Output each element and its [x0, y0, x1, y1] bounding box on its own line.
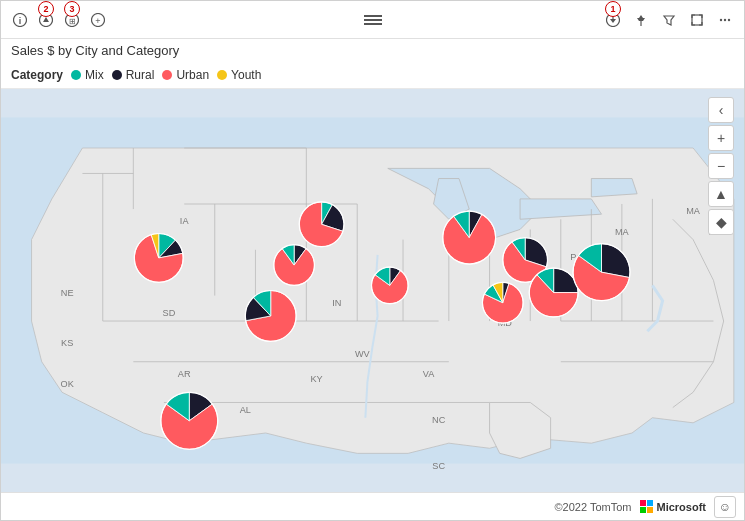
svg-text:+: + [95, 15, 100, 25]
up-button[interactable]: 2 [35, 9, 57, 31]
expand-button[interactable]: + [87, 9, 109, 31]
annotation-1: 1 [605, 1, 621, 17]
youth-dot [217, 70, 227, 80]
ms-sq-1 [640, 500, 646, 506]
info-button[interactable]: i [9, 9, 31, 31]
feedback-button[interactable]: ☺ [714, 496, 736, 518]
svg-text:VA: VA [423, 369, 435, 379]
zoom-in-button[interactable]: + [708, 125, 734, 151]
svg-text:IN: IN [332, 298, 341, 308]
legend-item-urban[interactable]: Urban [162, 68, 209, 82]
svg-text:i: i [19, 16, 22, 26]
footer-bar: ©2022 TomTom Microsoft ☺ [1, 492, 744, 520]
svg-text:OK: OK [61, 379, 74, 389]
youth-label: Youth [231, 68, 261, 82]
svg-text:MD: MD [498, 318, 513, 328]
grid-button[interactable]: ⊞ 3 [61, 9, 83, 31]
svg-point-16 [724, 18, 726, 20]
map-svg: NE KS OK IA IL IN OH SD AR AL KY WV VA N… [1, 89, 744, 492]
svg-text:WV: WV [355, 349, 371, 359]
map-area[interactable]: NE KS OK IA IL IN OH SD AR AL KY WV VA N… [1, 89, 744, 492]
svg-text:SD: SD [163, 308, 176, 318]
zoom-out-button[interactable]: − [708, 153, 734, 179]
svg-text:KS: KS [61, 338, 73, 348]
urban-label: Urban [176, 68, 209, 82]
svg-marker-13 [664, 16, 674, 25]
toolbar-right: 1 [602, 9, 736, 31]
fullscreen-button[interactable] [686, 9, 708, 31]
hamburger-menu[interactable] [364, 15, 382, 25]
legend-bar: Category Mix Rural Urban Youth [1, 64, 744, 89]
title-text: Sales $ by City and Category [11, 43, 179, 58]
svg-rect-14 [692, 15, 702, 25]
svg-marker-12 [637, 15, 645, 21]
hamburger-line-2 [364, 19, 382, 21]
svg-point-15 [720, 18, 722, 20]
svg-text:⊞: ⊞ [69, 16, 76, 25]
svg-point-17 [728, 18, 730, 20]
svg-text:NC: NC [432, 415, 446, 425]
svg-text:IA: IA [180, 216, 190, 226]
svg-text:NE: NE [61, 288, 74, 298]
map-controls: ‹ + − ▲ ◆ [708, 97, 734, 235]
legend-item-youth[interactable]: Youth [217, 68, 261, 82]
toolbar: i 2 ⊞ 3 + [1, 1, 744, 39]
collapse-button[interactable]: ‹ [708, 97, 734, 123]
svg-text:AR: AR [178, 369, 191, 379]
copyright-text: ©2022 TomTom [555, 501, 632, 513]
widget-container: i 2 ⊞ 3 + [0, 0, 745, 521]
microsoft-text: Microsoft [657, 501, 707, 513]
rural-dot [112, 70, 122, 80]
annotation-2: 2 [38, 1, 54, 17]
pin-button[interactable] [630, 9, 652, 31]
svg-text:KY: KY [310, 374, 322, 384]
ms-squares [640, 500, 654, 514]
svg-text:NJ: NJ [545, 288, 556, 298]
svg-text:AL: AL [240, 405, 251, 415]
svg-text:IL: IL [277, 267, 285, 277]
locate-button[interactable]: ◆ [708, 209, 734, 235]
legend-item-rural[interactable]: Rural [112, 68, 155, 82]
svg-text:PA: PA [570, 252, 582, 262]
mix-label: Mix [85, 68, 104, 82]
ms-sq-2 [647, 500, 653, 506]
svg-text:SC: SC [432, 461, 445, 471]
legend-item-mix[interactable]: Mix [71, 68, 104, 82]
microsoft-logo: Microsoft [640, 500, 707, 514]
ms-sq-3 [640, 507, 646, 513]
filter-button[interactable] [658, 9, 680, 31]
svg-marker-3 [43, 17, 49, 22]
download-button[interactable]: 1 [602, 9, 624, 31]
legend-label: Category [11, 68, 63, 82]
ms-sq-4 [647, 507, 653, 513]
annotation-3: 3 [64, 1, 80, 17]
urban-dot [162, 70, 172, 80]
rural-label: Rural [126, 68, 155, 82]
hamburger-line-1 [364, 15, 382, 17]
chart-title: Sales $ by City and Category [1, 39, 744, 64]
mix-dot [71, 70, 81, 80]
more-button[interactable] [714, 9, 736, 31]
hamburger-line-3 [364, 23, 382, 25]
svg-text:MA: MA [615, 227, 630, 237]
svg-text:OH: OH [381, 288, 395, 298]
reset-north-button[interactable]: ▲ [708, 181, 734, 207]
svg-text:MA: MA [686, 206, 701, 216]
toolbar-left: i 2 ⊞ 3 + [9, 9, 109, 31]
